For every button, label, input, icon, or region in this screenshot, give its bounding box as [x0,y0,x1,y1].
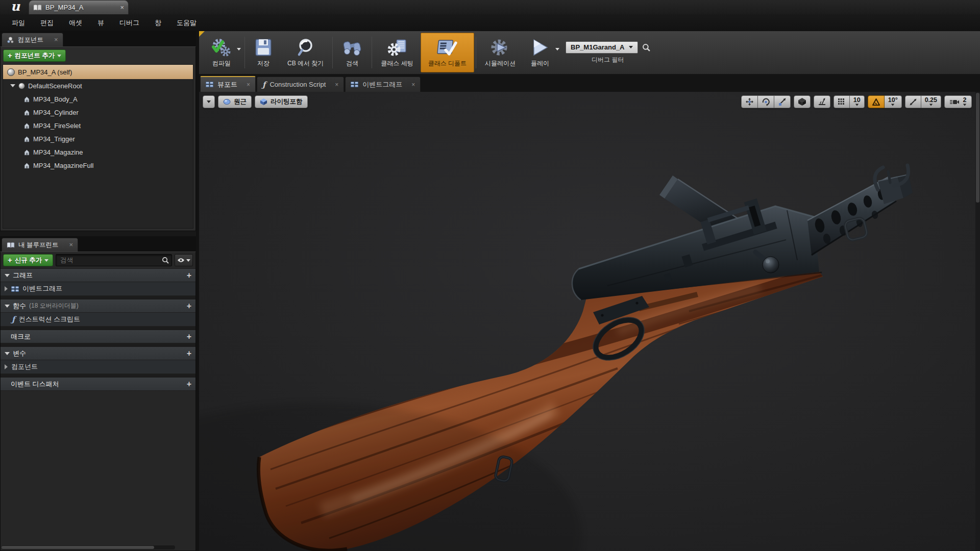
plus-icon: + [8,52,12,59]
item-construction-script[interactable]: ƒ 컨스트럭션 스크립트 [1,313,195,327]
vertical-scrollbar[interactable] [975,92,980,551]
plus-icon: + [8,257,12,264]
my-blueprint-toolbar: + 신규 추가 [1,252,195,268]
compile-button[interactable]: 컴파일 [203,33,240,72]
add-variable-button[interactable]: + [187,350,191,357]
book-icon [33,4,42,11]
menu-help[interactable]: 도움말 [169,14,204,31]
components-tab-close-icon[interactable]: × [54,37,58,43]
section-graphs[interactable]: 그래프 + [1,268,195,282]
expander-open-icon[interactable] [10,84,15,87]
overridable-count: (18 오버라이더블) [29,302,79,310]
tab-label: Construction Script [270,81,326,88]
tree-item-mesh[interactable]: MP34_MagazineFull [3,159,193,172]
debug-search-icon[interactable] [642,43,650,52]
my-blueprint-tab[interactable]: 내 블루프린트 × [2,238,78,252]
viewport-3d[interactable]: 원근 라이팅포함 [199,92,980,551]
rotation-snap-toggle[interactable] [868,95,885,108]
save-label: 저장 [257,59,270,68]
camera-icon [949,98,960,106]
menu-view[interactable]: 뷰 [90,14,112,31]
expander-open-icon[interactable] [5,274,10,277]
menu-edit[interactable]: 편집 [33,14,61,31]
scale-snap-value-button[interactable]: 0.25 [921,95,941,108]
add-component-button[interactable]: + 컴포넌트 추가 [3,49,66,62]
binoculars-icon [341,38,363,57]
tab-event-graph[interactable]: 이벤트그래프 × [345,77,421,92]
horizontal-scrollbar[interactable] [2,545,175,549]
coordinate-space-button[interactable] [794,95,811,108]
rotation-snap-value-button[interactable]: 10° [885,95,902,108]
menu-file[interactable]: 파일 [4,14,33,31]
grid-snap-toggle[interactable] [834,95,850,108]
tab-viewport[interactable]: 뷰포트 × [200,76,256,92]
class-defaults-button[interactable]: 클래스 디폴트 [421,33,474,72]
tab-close-icon[interactable]: × [247,82,250,88]
expander-open-icon[interactable] [5,352,10,355]
surface-snap-button[interactable] [814,95,830,108]
expander-open-icon[interactable] [5,305,10,308]
viewport-options-button[interactable] [203,95,215,108]
item-components-category[interactable]: 컴포넌트 [1,360,195,374]
section-macros[interactable]: 매크로 + [1,330,195,343]
add-new-button[interactable]: + 신규 추가 [3,254,53,266]
tree-item-label: MP34_Trigger [33,135,75,143]
translate-tool-button[interactable] [741,95,758,108]
tab-close-icon[interactable]: × [411,82,415,88]
rotate-tool-button[interactable] [758,95,774,108]
menu-window[interactable]: 창 [147,14,169,31]
tree-item-root[interactable]: DefaultSceneRoot [3,79,193,92]
tab-construction-script[interactable]: ƒ Construction Script × [257,77,344,92]
add-function-button[interactable]: + [187,303,191,310]
play-options-chevron-icon[interactable] [555,48,559,51]
tree-item-mesh[interactable]: MP34_Magazine [3,145,193,159]
class-settings-button[interactable]: 클래스 세팅 [374,33,420,72]
item-event-graph[interactable]: 이벤트그래프 [1,282,195,296]
section-functions[interactable]: 함수 (18 오버라이더블) + [1,299,195,313]
viewport-3d-scene[interactable] [199,92,980,551]
tree-item-mesh[interactable]: MP34_FireSelet [3,119,193,132]
components-tab[interactable]: 컴포넌트 × [2,33,63,46]
grid-icon [838,98,846,106]
expander-closed-icon[interactable] [5,364,8,369]
scale-tool-button[interactable] [774,95,791,108]
tree-item-self[interactable]: BP_MP34_A (self) [3,65,193,79]
tab-close-icon[interactable]: × [335,82,338,88]
tab-label: 뷰포트 [217,80,237,89]
add-dispatcher-button[interactable]: + [187,381,191,388]
tree-item-mesh[interactable]: MP34_Body_A [3,92,193,106]
debug-object-dropdown[interactable]: BP_M1Garand_A [566,41,638,54]
lit-mode-button[interactable]: 라이팅포함 [255,95,308,108]
components-icon [7,36,14,44]
perspective-button[interactable]: 원근 [218,95,252,108]
search-input[interactable] [56,254,172,266]
section-variables[interactable]: 변수 + [1,346,195,360]
tree-item-mesh[interactable]: MP34_Trigger [3,132,193,145]
asset-window-tab[interactable]: BP_MP34_A × [29,0,129,14]
expander-closed-icon[interactable] [5,286,8,291]
add-macro-button[interactable]: + [187,333,191,340]
document-tabbar: 뷰포트 × ƒ Construction Script × 이벤트그래프 × [199,74,980,92]
menu-asset[interactable]: 애셋 [61,14,90,31]
compile-options-chevron-icon[interactable] [237,48,241,51]
simulate-button[interactable]: 시뮬레이션 [478,33,523,72]
asset-tab-close-icon[interactable]: × [120,5,124,11]
scale-snap-toggle[interactable] [905,95,921,108]
save-button[interactable]: 저장 [247,33,280,72]
camera-speed-button[interactable]: 2 [944,95,972,108]
visibility-filter-button[interactable] [175,254,193,266]
play-button[interactable]: 플레이 [523,33,557,72]
tree-item-mesh[interactable]: MP34_Cylinder [3,106,193,119]
grid-snap-value-button[interactable]: 10 [850,95,865,108]
components-tab-label: 컴포넌트 [18,36,43,44]
my-blueprint-tab-close-icon[interactable]: × [69,242,73,248]
section-label: 변수 [13,349,26,358]
section-event-dispatchers[interactable]: 이벤트 디스패처 + [1,377,195,391]
class-settings-label: 클래스 세팅 [381,59,413,68]
add-graph-button[interactable]: + [187,272,191,279]
menu-debug[interactable]: 디버그 [112,14,147,31]
search-button[interactable]: 검색 [334,33,370,72]
perspective-icon [223,98,231,105]
static-mesh-icon [23,149,30,156]
find-in-cb-button[interactable]: CB 에서 찾기 [280,33,331,72]
